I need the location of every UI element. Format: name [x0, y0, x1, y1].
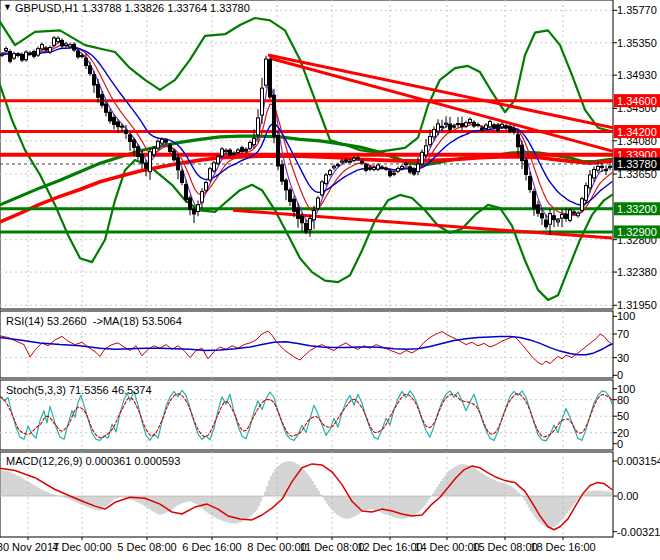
- chart-title-ohlc: GBPUSD,H1 1.33788 1.33826 1.33764 1.3378…: [15, 2, 250, 14]
- svg-text:1.34200: 1.34200: [617, 126, 657, 138]
- svg-text:1.32380: 1.32380: [617, 266, 657, 278]
- svg-text:0: 0: [617, 369, 623, 381]
- symbol-dropdown-icon[interactable]: ▼: [3, 2, 12, 12]
- svg-text:8 Dec 00:00: 8 Dec 00:00: [247, 541, 306, 553]
- svg-text:1.35770: 1.35770: [617, 4, 657, 16]
- svg-text:5 Dec 08:00: 5 Dec 08:00: [117, 541, 176, 553]
- svg-text:6 Dec 16:00: 6 Dec 16:00: [182, 541, 241, 553]
- price-badge-1.34200: 1.34200: [614, 125, 660, 138]
- svg-text:-0.003211: -0.003211: [617, 526, 660, 538]
- svg-text:1.34600: 1.34600: [617, 95, 657, 107]
- svg-text:1.34930: 1.34930: [617, 69, 657, 81]
- svg-text:80: 80: [617, 394, 629, 406]
- svg-text:14 Dec 00:00: 14 Dec 00:00: [414, 541, 479, 553]
- time-axis: 30 Nov 20174 Dec 00:005 Dec 08:006 Dec 1…: [0, 537, 596, 553]
- svg-text:1.32900: 1.32900: [617, 226, 657, 238]
- svg-text:30: 30: [617, 352, 629, 364]
- svg-text:0.00: 0.00: [617, 490, 638, 502]
- rsi-indicator-label: RSI(14) 53.2660 ->MA(18) 53.5064: [6, 315, 182, 327]
- price-badge-1.34600: 1.34600: [614, 94, 660, 107]
- price-badge-1.32900: 1.32900: [614, 225, 660, 238]
- svg-text:30 Nov 2017: 30 Nov 2017: [0, 541, 59, 553]
- svg-text:1.33780: 1.33780: [617, 158, 657, 170]
- svg-text:4 Dec 00:00: 4 Dec 00:00: [52, 541, 111, 553]
- price-badge-1.33780: 1.33780: [614, 157, 660, 170]
- svg-text:70: 70: [617, 328, 629, 340]
- right-axis: 1.357701.353501.349301.345001.340801.336…: [613, 4, 660, 537]
- svg-text:1.33200: 1.33200: [617, 203, 657, 215]
- trading-chart-window: { "window": { "title": "GBPUSD,H1 1.3378…: [0, 0, 660, 560]
- svg-text:1.35350: 1.35350: [617, 37, 657, 49]
- svg-text:100: 100: [617, 310, 635, 322]
- svg-text:18 Dec 16:00: 18 Dec 16:00: [530, 541, 595, 553]
- svg-text:50: 50: [617, 410, 629, 422]
- price-badge-1.33200: 1.33200: [614, 202, 660, 215]
- macd-indicator-label: MACD(12,26,9) 0.000361 0.000593: [6, 455, 180, 467]
- svg-text:11 Dec 08:00: 11 Dec 08:00: [300, 541, 365, 553]
- stoch-indicator-label: Stoch(5,3,3) 71.5356 46.5374: [6, 384, 152, 396]
- svg-text:15 Dec 08:00: 15 Dec 08:00: [472, 541, 537, 553]
- chart-canvas[interactable]: 1.357701.353501.349301.345001.340801.336…: [0, 0, 660, 560]
- svg-text:0: 0: [617, 438, 623, 450]
- svg-text:12 Dec 16:00: 12 Dec 16:00: [357, 541, 422, 553]
- svg-text:0.003154: 0.003154: [617, 455, 660, 467]
